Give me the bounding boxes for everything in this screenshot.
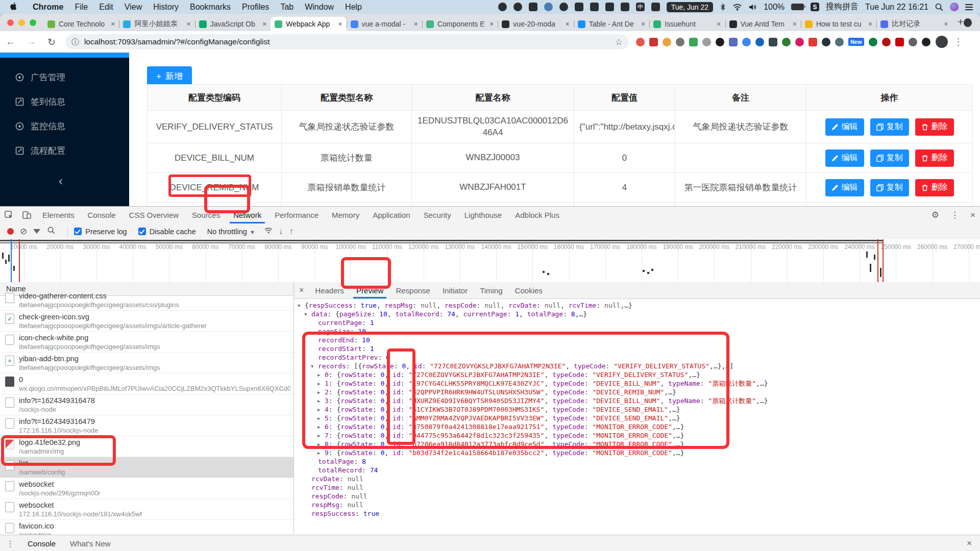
browser-menu-icon[interactable]: ⋮ [948, 36, 969, 47]
url-bar[interactable]: ⓘ localhost:7093/samadmin/?#/configManag… [65, 34, 629, 49]
expand-arrow-icon[interactable]: ▶ [317, 380, 325, 388]
expand-arrow-icon[interactable]: ▶ [317, 432, 325, 440]
sidebar-item-4[interactable]: 流程配置 [0, 140, 129, 161]
close-tab-icon[interactable]: × [793, 20, 797, 28]
network-request-row[interactable]: icon-check-white.pngibefaeehajgcpooopoeg… [0, 332, 293, 353]
menu-file[interactable]: File [69, 3, 93, 11]
profile-avatar[interactable] [936, 36, 948, 48]
edit-button[interactable]: 编辑 [825, 179, 864, 196]
extension-icon[interactable] [769, 38, 777, 46]
extension-icon[interactable] [729, 38, 738, 46]
menubar-clock[interactable]: Tue Jun 22 16:21 [865, 3, 928, 12]
network-request-row[interactable]: ✓check-green-icon.svgibefaeehajgcpooopoe… [0, 311, 293, 332]
menu-history[interactable]: History [148, 3, 184, 11]
minimize-window-button[interactable] [18, 19, 25, 26]
panel-tab-timing[interactable]: Timing [474, 282, 508, 298]
extension-icon[interactable] [689, 38, 698, 46]
close-tab-icon[interactable]: × [111, 20, 115, 28]
browser-tab[interactable]: 比对记录× [876, 17, 952, 31]
siri-icon[interactable] [950, 3, 959, 11]
network-request-row[interactable]: logo.41fe0e32.png/samadmin/img [0, 436, 293, 457]
drawer-menu-icon[interactable]: ⋮ [0, 539, 20, 548]
export-har-icon[interactable]: ↑ [289, 227, 293, 237]
throttling-select[interactable]: No throttling▼ [207, 228, 255, 236]
extension-icon[interactable] [755, 38, 764, 46]
devtools-tab-css-overview[interactable]: CSS Overview [122, 207, 186, 223]
close-tab-icon[interactable]: × [868, 20, 872, 28]
url-text[interactable]: localhost:7093/samadmin/?#/configManage/… [84, 37, 270, 46]
back-button[interactable]: ← [0, 36, 21, 47]
delete-button[interactable]: 删除 [915, 118, 954, 136]
expand-arrow-icon[interactable]: ▶ [317, 423, 325, 432]
close-tab-icon[interactable]: × [262, 20, 266, 28]
devtools-tab-lighthouse[interactable]: Lighthouse [458, 207, 508, 223]
close-detail-icon[interactable]: × [294, 286, 309, 295]
close-tab-icon[interactable]: × [566, 20, 570, 28]
extension-icon[interactable] [716, 38, 724, 46]
sidebar-item-3[interactable]: 监控信息 [0, 116, 129, 136]
browser-tab[interactable]: Core Technolo× [43, 17, 119, 31]
extension-icon[interactable] [808, 38, 817, 46]
menu-window[interactable]: Window [299, 3, 339, 11]
expand-arrow-icon[interactable]: ▶ [317, 440, 325, 449]
extension-icon[interactable] [895, 38, 904, 46]
add-config-button[interactable]: + 新增 [147, 66, 192, 86]
extension-icon[interactable] [742, 38, 751, 46]
apple-icon[interactable] [10, 3, 18, 11]
devtools-tab-adblock-plus[interactable]: Adblock Plus [508, 207, 566, 223]
feather-icon[interactable] [544, 3, 553, 11]
sidebar-item-2[interactable]: 签到信息 [0, 91, 129, 112]
window-controls[interactable] [7, 19, 36, 26]
panel-tab-preview[interactable]: Preview [350, 282, 389, 298]
tab-search-icon[interactable] [964, 18, 972, 27]
close-tab-icon[interactable]: × [717, 20, 721, 28]
extension-icon[interactable] [909, 38, 917, 46]
close-tab-icon[interactable]: × [414, 20, 418, 28]
menu-view[interactable]: View [119, 3, 148, 11]
extension-icon[interactable] [649, 38, 658, 46]
extension-icon[interactable] [795, 38, 804, 46]
expand-arrow-icon[interactable]: ▶ [317, 397, 325, 406]
disable-cache-checkbox[interactable]: Disable cache [138, 228, 196, 236]
ime-cn-icon[interactable]: 中 [636, 3, 645, 11]
browser-tab[interactable]: vue a-modal -× [347, 17, 422, 31]
control-center-icon[interactable] [965, 4, 973, 10]
close-window-button[interactable] [7, 19, 14, 26]
forward-button[interactable]: → [21, 36, 42, 47]
drawer-close-icon[interactable]: × [959, 538, 980, 548]
edit-button[interactable]: 编辑 [825, 118, 864, 136]
devtools-tab-sources[interactable]: Sources [185, 207, 227, 223]
copy-button[interactable]: 复制 [870, 149, 909, 167]
browser-tab[interactable]: Webpack App× [271, 17, 346, 31]
sidebar-collapse-icon[interactable]: ‹ [59, 174, 63, 188]
new-tab-button[interactable]: + [958, 16, 964, 28]
drawer-tab-what-s-new[interactable]: What's New [63, 539, 118, 548]
extension-icon[interactable] [922, 38, 930, 46]
close-tab-icon[interactable]: × [187, 20, 191, 28]
bookmark-star-icon[interactable]: ☆ [615, 37, 623, 47]
import-har-icon[interactable]: ↓ [279, 227, 283, 237]
network-request-row[interactable]: info?t=1624349316479172.16.116.10/sockjs… [0, 415, 293, 436]
emoji-icon[interactable] [605, 3, 614, 11]
new-extension-badge[interactable]: New [848, 38, 864, 46]
browser-tab[interactable]: JavaScript Ob× [195, 17, 271, 31]
expand-arrow-icon[interactable]: ▼ [304, 310, 311, 319]
panel-tab-initiator[interactable]: Initiator [436, 282, 474, 298]
expand-arrow-icon[interactable]: ▼ [298, 302, 305, 310]
volume-icon[interactable] [749, 4, 757, 11]
menu-tab[interactable]: Tab [275, 3, 299, 11]
close-tab-icon[interactable]: × [641, 20, 645, 28]
qq-icon[interactable] [498, 3, 507, 11]
inspect-element-icon[interactable] [5, 211, 13, 219]
devtools-tab-console[interactable]: Console [81, 207, 122, 223]
devtools-settings-icon[interactable]: ⚙ [927, 210, 944, 220]
evernote-icon[interactable] [559, 3, 568, 11]
network-request-row[interactable]: info?t=1624349316478/sockjs-node [0, 394, 293, 415]
preserve-log-checkbox[interactable]: Preserve log [74, 228, 127, 236]
panel-tab-cookies[interactable]: Cookies [509, 282, 549, 298]
record-icon[interactable] [7, 228, 14, 235]
extension-icon[interactable] [702, 38, 711, 46]
devtools-tab-security[interactable]: Security [417, 207, 458, 223]
close-tab-icon[interactable]: × [338, 20, 342, 28]
devtools-tab-network[interactable]: Network [227, 207, 268, 223]
